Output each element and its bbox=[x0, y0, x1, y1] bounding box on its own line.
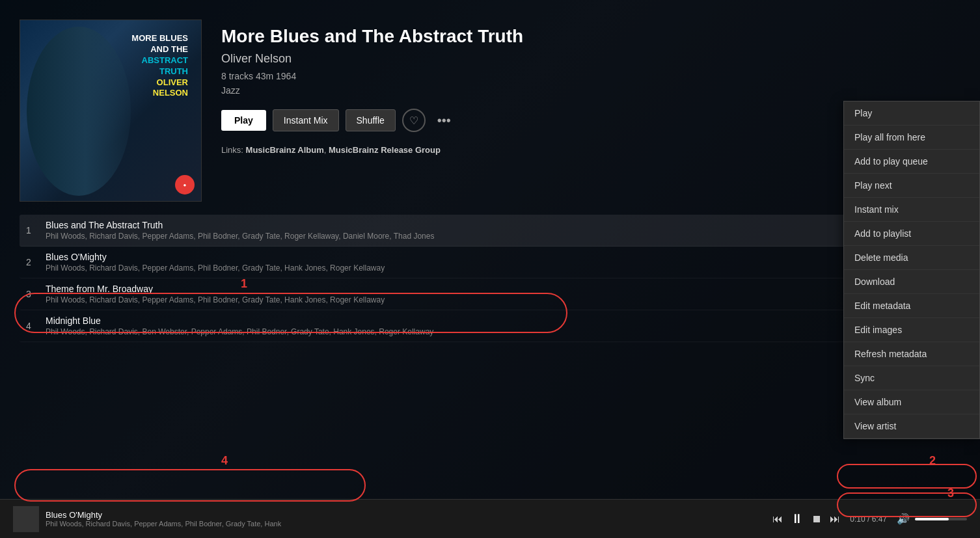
ctx-instant-mix-item[interactable]: Instant mix bbox=[844, 198, 979, 222]
track-name: Blues and The Abstract Truth bbox=[46, 220, 931, 230]
track-number: 1 bbox=[26, 225, 46, 235]
ctx-view-artist-item[interactable]: View artist bbox=[844, 414, 979, 438]
volume-fill bbox=[915, 518, 949, 520]
ctx-view-album-item[interactable]: View album bbox=[844, 390, 979, 414]
track-artists: Phil Woods, Richard Davis, Pepper Adams,… bbox=[46, 263, 931, 273]
track-row[interactable]: 1 Blues and The Abstract Truth Phil Wood… bbox=[20, 215, 960, 247]
ctx-play-item[interactable]: Play bbox=[844, 101, 979, 126]
now-playing: Blues O'Mighty Phil Woods, Richard Davis… bbox=[13, 506, 763, 532]
track-number: 2 bbox=[26, 257, 46, 267]
player-volume: 🔊 bbox=[897, 513, 967, 525]
pause-button[interactable]: ⏸ bbox=[791, 511, 804, 526]
links-label: Links: bbox=[221, 145, 243, 155]
ctx-play-next-item[interactable]: Play next bbox=[844, 174, 979, 198]
player-track-artists: Phil Woods, Richard Davis, Pepper Adams,… bbox=[46, 520, 281, 528]
player-bar: Blues O'Mighty Phil Woods, Richard Davis… bbox=[0, 499, 980, 538]
track-row[interactable]: 3 Theme from Mr. Broadway Phil Woods, Ri… bbox=[20, 278, 960, 310]
volume-bar[interactable] bbox=[915, 518, 967, 520]
player-thumbnail bbox=[13, 506, 39, 532]
track-artists: Phil Woods, Richard Davis, Pepper Adams,… bbox=[46, 295, 931, 304]
album-meta: 8 tracks 43m 1964 bbox=[221, 71, 960, 81]
player-time: 0:10 / 6:47 bbox=[850, 515, 887, 524]
volume-icon: 🔊 bbox=[897, 513, 910, 525]
ctx-play-all-item[interactable]: Play all from here bbox=[844, 126, 979, 150]
ctx-download-item[interactable]: Download bbox=[844, 270, 979, 294]
track-name: Theme from Mr. Broadway bbox=[46, 284, 931, 294]
album-genre: Jazz bbox=[221, 85, 960, 96]
track-number: 3 bbox=[26, 289, 46, 299]
track-artists: Phil Woods, Richard Davis, Ben Webster, … bbox=[46, 327, 931, 336]
track-name: Blues O'Mighty bbox=[46, 252, 931, 262]
main-content: MORE BLUES AND THE ABSTRACT TRUTH OLIVER… bbox=[0, 0, 980, 538]
track-list: 1 Blues and The Abstract Truth Phil Wood… bbox=[0, 215, 980, 499]
player-track-name: Blues O'Mighty bbox=[46, 510, 281, 520]
ctx-add-playlist-item[interactable]: Add to playlist bbox=[844, 222, 979, 246]
ctx-delete-item[interactable]: Delete media bbox=[844, 246, 979, 270]
musicbrainz-album-link[interactable]: MusicBrainz Album bbox=[246, 145, 324, 155]
shuffle-button[interactable]: Shuffle bbox=[346, 109, 396, 131]
album-art-text: MORE BLUES AND THE ABSTRACT TRUTH OLIVER… bbox=[131, 33, 188, 99]
player-track-info: Blues O'Mighty Phil Woods, Richard Davis… bbox=[46, 510, 281, 528]
track-details: Theme from Mr. Broadway Phil Woods, Rich… bbox=[46, 284, 931, 304]
play-button[interactable]: Play bbox=[221, 110, 266, 131]
ctx-refresh-meta-item[interactable]: Refresh metadata bbox=[844, 342, 979, 366]
album-header: MORE BLUES AND THE ABSTRACT TRUTH OLIVER… bbox=[0, 0, 980, 215]
album-art: MORE BLUES AND THE ABSTRACT TRUTH OLIVER… bbox=[20, 20, 202, 202]
album-title: More Blues and The Abstract Truth bbox=[221, 26, 960, 47]
ctx-edit-meta-item[interactable]: Edit metadata bbox=[844, 294, 979, 318]
track-name: Midnight Blue bbox=[46, 316, 931, 326]
more-options-button[interactable]: ••• bbox=[432, 111, 456, 131]
stop-button[interactable]: ⏹ bbox=[811, 513, 822, 525]
track-row[interactable]: 2 Blues O'Mighty Phil Woods, Richard Dav… bbox=[20, 247, 960, 278]
album-art-silhouette bbox=[27, 20, 144, 202]
ctx-sync-item[interactable]: Sync bbox=[844, 366, 979, 390]
album-artist: Oliver Nelson bbox=[221, 52, 960, 66]
track-row[interactable]: 4 Midnight Blue Phil Woods, Richard Davi… bbox=[20, 310, 960, 342]
instant-mix-button[interactable]: Instant Mix bbox=[273, 109, 339, 131]
skip-back-button[interactable]: ⏮ bbox=[772, 513, 783, 525]
ctx-edit-images-item[interactable]: Edit images bbox=[844, 318, 979, 342]
musicbrainz-release-link[interactable]: MusicBrainz Release Group bbox=[329, 145, 441, 155]
track-details: Blues and The Abstract Truth Phil Woods,… bbox=[46, 220, 931, 241]
ctx-add-queue-item[interactable]: Add to play queue bbox=[844, 150, 979, 174]
context-menu: Play Play all from here Add to play queu… bbox=[843, 101, 980, 439]
track-number: 4 bbox=[26, 321, 46, 331]
track-details: Blues O'Mighty Phil Woods, Richard Davis… bbox=[46, 252, 931, 273]
album-art-logo: ● bbox=[175, 175, 195, 195]
favorite-button[interactable]: ♡ bbox=[402, 109, 426, 132]
track-artists: Phil Woods, Richard Davis, Pepper Adams,… bbox=[46, 232, 931, 241]
track-details: Midnight Blue Phil Woods, Richard Davis,… bbox=[46, 316, 931, 336]
player-controls: ⏮ ⏸ ⏹ ⏭ bbox=[772, 511, 840, 526]
skip-forward-button[interactable]: ⏭ bbox=[830, 513, 840, 525]
